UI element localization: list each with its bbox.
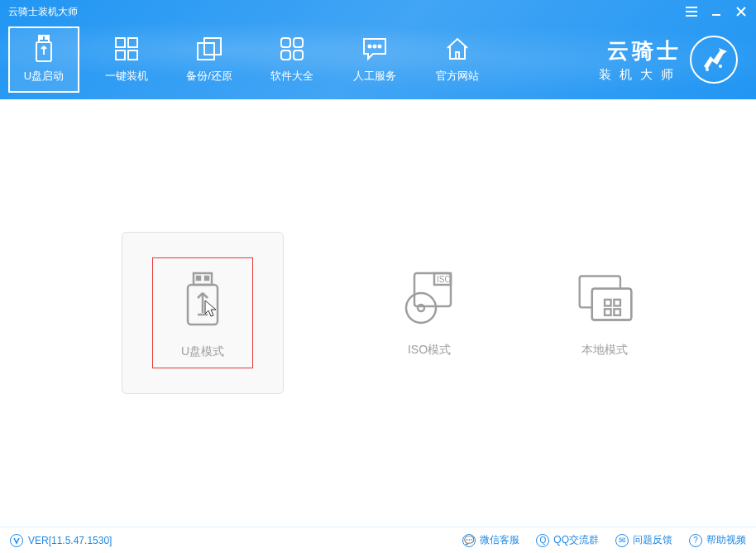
svg-rect-4: [116, 38, 125, 47]
footer-wechat[interactable]: 💬 微信客服: [462, 533, 519, 547]
svg-rect-7: [128, 50, 137, 60]
help-icon: ?: [689, 534, 702, 547]
version-text: VER[11.5.47.1530]: [28, 535, 112, 546]
svg-point-18: [719, 65, 722, 68]
svg-point-16: [379, 46, 381, 48]
nav-usb-boot[interactable]: U盘启动: [8, 26, 79, 93]
footer-feedback[interactable]: ✉ 问题反馈: [615, 533, 672, 547]
nav-software[interactable]: 软件大全: [256, 26, 328, 93]
nav-support[interactable]: 人工服务: [339, 26, 410, 93]
brand: 云骑士 装机大师: [599, 36, 748, 84]
header: 云骑士装机大师 U盘启动: [0, 0, 756, 99]
svg-point-14: [369, 46, 371, 48]
footer-link-label: 问题反馈: [633, 533, 672, 547]
qq-icon: Q: [536, 534, 549, 547]
local-mode-icon: [575, 268, 634, 328]
main-content: U盘模式 ISO ISO模式 本地模式: [0, 99, 756, 527]
footer: VER[11.5.47.1530] 💬 微信客服 Q QQ交流群 ✉ 问题反馈 …: [0, 527, 756, 553]
mode-iso[interactable]: ISO ISO模式: [400, 268, 459, 358]
apps-icon: [279, 36, 305, 62]
mode-label: ISO模式: [408, 343, 451, 358]
usb-mode-icon: [173, 270, 232, 329]
chat-icon: [361, 36, 388, 62]
version-icon: [10, 534, 23, 547]
mode-local[interactable]: 本地模式: [575, 268, 634, 358]
usb-icon: [31, 36, 57, 62]
wechat-icon: 💬: [462, 534, 476, 547]
svg-rect-1: [41, 37, 42, 39]
mode-label: 本地模式: [581, 343, 628, 358]
footer-link-label: 微信客服: [480, 533, 519, 547]
home-icon: [444, 36, 471, 62]
nav-backup[interactable]: 备份/还原: [174, 26, 245, 93]
svg-rect-21: [205, 276, 208, 280]
cursor-icon: [204, 300, 219, 318]
menu-icon[interactable]: [685, 5, 698, 18]
nav-label: U盘启动: [24, 69, 64, 84]
windows-icon: [113, 36, 140, 62]
titlebar: 云骑士装机大师: [0, 0, 756, 20]
minimize-icon[interactable]: [710, 5, 723, 18]
backup-icon: [196, 36, 222, 62]
svg-point-27: [418, 305, 424, 311]
footer-link-label: 帮助视频: [706, 533, 746, 547]
app-title: 云骑士装机大师: [8, 5, 78, 19]
version-info[interactable]: VER[11.5.47.1530]: [10, 534, 112, 547]
mode-label: U盘模式: [181, 344, 224, 359]
svg-rect-20: [197, 276, 200, 280]
svg-rect-2: [45, 37, 47, 39]
iso-mode-icon: ISO: [400, 268, 459, 328]
brand-logo: [690, 36, 738, 84]
svg-rect-10: [281, 38, 290, 47]
close-icon[interactable]: [734, 5, 748, 18]
footer-links: 💬 微信客服 Q QQ交流群 ✉ 问题反馈 ? 帮助视频: [462, 533, 746, 547]
nav-label: 官方网站: [436, 69, 479, 84]
window-controls: [685, 5, 748, 18]
nav-one-click[interactable]: 一键装机: [91, 26, 162, 93]
svg-rect-11: [294, 38, 303, 47]
brand-tagline: 装机大师: [599, 67, 682, 83]
svg-point-15: [374, 46, 376, 48]
nav-label: 软件大全: [270, 69, 313, 84]
svg-point-17: [706, 68, 709, 71]
svg-rect-8: [198, 43, 214, 60]
nav-website[interactable]: 官方网站: [422, 26, 493, 93]
footer-help[interactable]: ? 帮助视频: [689, 533, 746, 547]
svg-rect-9: [204, 38, 221, 55]
feedback-icon: ✉: [615, 534, 629, 547]
nav-label: 人工服务: [353, 69, 396, 84]
svg-rect-6: [116, 50, 125, 60]
brand-name: 云骑士: [599, 36, 682, 65]
nav-bar: U盘启动 一键装机 备份/还原: [0, 20, 756, 99]
footer-link-label: QQ交流群: [553, 533, 599, 547]
svg-rect-13: [294, 50, 303, 60]
footer-qq[interactable]: Q QQ交流群: [536, 533, 599, 547]
svg-point-26: [406, 293, 436, 323]
nav-label: 备份/还原: [186, 69, 232, 84]
mode-usb[interactable]: U盘模式: [122, 232, 284, 394]
nav-label: 一键装机: [105, 69, 148, 84]
svg-rect-5: [128, 38, 137, 47]
svg-text:ISO: ISO: [437, 275, 451, 284]
svg-rect-12: [281, 50, 290, 60]
